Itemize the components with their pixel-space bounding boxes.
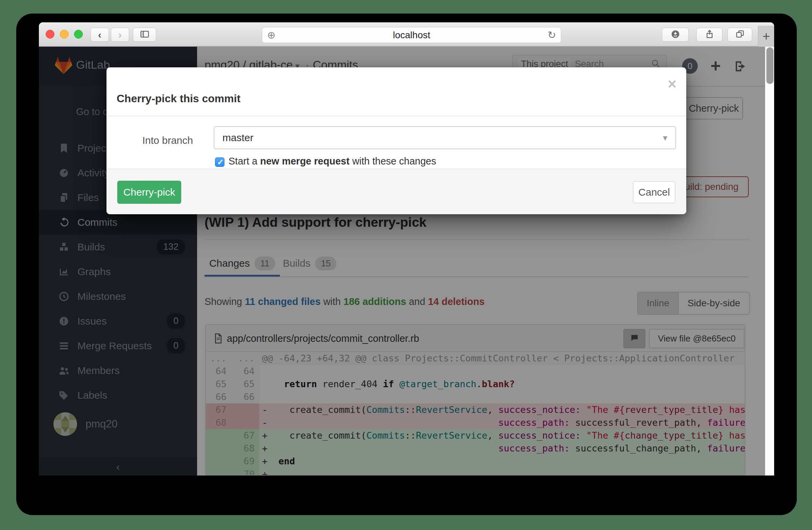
scrollbar-thumb[interactable]	[766, 47, 773, 84]
share-button[interactable]	[696, 28, 722, 42]
modal-title: Cherry-pick this commit	[117, 93, 240, 105]
sidebar-toggle-icon	[140, 29, 150, 41]
forward-icon: ›	[118, 30, 122, 40]
browser-titlebar: ‹ › ⊕ localhost ↻	[39, 22, 774, 47]
share-icon	[705, 29, 715, 41]
sidebar-toggle-button[interactable]	[133, 28, 156, 42]
reader-icon[interactable]: ⊕	[267, 29, 276, 41]
tabs-overview-icon	[735, 29, 745, 41]
download-icon	[670, 29, 681, 41]
into-branch-label: Into branch	[106, 135, 193, 146]
show-tabs-button[interactable]	[727, 28, 752, 42]
cancel-button[interactable]: Cancel	[633, 181, 676, 204]
close-window-button[interactable]	[46, 30, 55, 39]
downloads-button[interactable]	[662, 28, 688, 42]
minimize-window-button[interactable]	[60, 30, 69, 39]
refresh-icon[interactable]: ↻	[548, 29, 556, 41]
back-button[interactable]: ‹	[91, 28, 109, 42]
modal-footer: Cherry-pick Cancel	[106, 169, 686, 214]
forward-button[interactable]: ›	[111, 28, 129, 42]
branch-select-value: master	[222, 127, 253, 149]
plus-icon: +	[762, 29, 770, 44]
url-text: localhost	[262, 30, 561, 41]
chevron-down-icon: ▾	[663, 127, 667, 149]
branch-select[interactable]: master ▾	[214, 126, 676, 149]
cherry-pick-modal: Cherry-pick this commit × Into branch ma…	[106, 67, 686, 214]
address-bar[interactable]: ⊕ localhost ↻	[262, 27, 561, 43]
divider	[106, 116, 686, 116]
start-merge-request-checkbox[interactable]	[215, 157, 224, 167]
close-icon[interactable]: ×	[664, 75, 681, 93]
back-icon: ‹	[98, 30, 101, 40]
new-tab-button[interactable]: +	[758, 26, 774, 47]
scrollbar-track[interactable]	[765, 47, 774, 475]
zoom-window-button[interactable]	[74, 30, 83, 39]
start-merge-request-label[interactable]: Start a new merge request with these cha…	[229, 156, 436, 167]
cherry-pick-submit-button[interactable]: Cherry-pick	[117, 181, 181, 204]
